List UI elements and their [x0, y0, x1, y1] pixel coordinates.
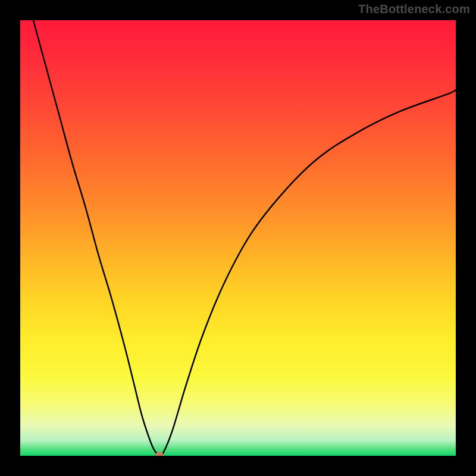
plot-area — [20, 20, 456, 456]
watermark-text: TheBottleneck.com — [358, 2, 470, 16]
optimum-marker — [155, 452, 164, 456]
bottleneck-curve — [33, 20, 456, 456]
chart-frame: TheBottleneck.com — [0, 0, 476, 476]
curve-layer — [20, 20, 456, 456]
